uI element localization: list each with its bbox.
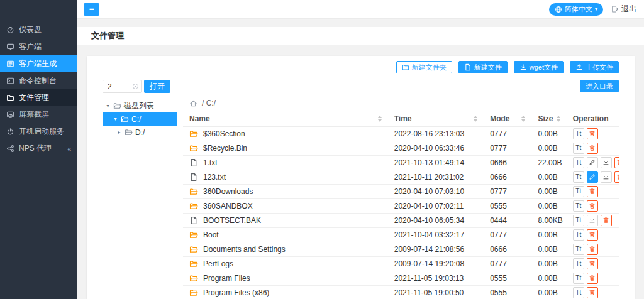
toolbar: 新建文件夹新建文件wget文件上传文件 xyxy=(103,61,619,73)
file-name[interactable]: Boot xyxy=(203,231,219,239)
delete-button[interactable] xyxy=(587,244,598,255)
file-name[interactable]: 1.txt xyxy=(203,158,218,167)
sort-icon[interactable] xyxy=(521,116,525,122)
sidebar: 仪表盘客户端客户端生成命令控制台文件管理屏幕截屏开机启动服务NPS 代理« xyxy=(0,0,77,299)
caret-down-icon[interactable]: ▾ xyxy=(113,116,118,122)
rename-button[interactable]: Tt xyxy=(573,258,584,269)
rename-button[interactable]: Tt xyxy=(573,287,584,298)
column-header-size[interactable]: Size xyxy=(531,111,566,126)
column-header-time[interactable]: Time xyxy=(388,111,484,126)
column-header-inner: Time xyxy=(394,114,477,123)
sort-icon[interactable] xyxy=(474,116,477,122)
wget-icon xyxy=(519,63,527,71)
upload-file-button[interactable]: 上传文件 xyxy=(570,61,619,73)
delete-button[interactable] xyxy=(587,186,598,197)
delete-button[interactable] xyxy=(587,258,598,269)
download-button[interactable] xyxy=(601,157,612,168)
clear-input-icon[interactable] xyxy=(132,83,139,90)
column-header-inner: Name xyxy=(189,114,382,123)
language-button[interactable]: 简体中文 ▾ xyxy=(549,3,603,16)
name-cell: BOOTSECT.BAK xyxy=(189,216,382,225)
sidebar-item-0[interactable]: 仪表盘 xyxy=(0,21,77,38)
content: 新建文件夹新建文件wget文件上传文件 打开 ▾磁盘列表▾C:/▸D:/ xyxy=(77,45,644,299)
sidebar-item-6[interactable]: 开机启动服务 xyxy=(0,123,77,140)
delete-button[interactable] xyxy=(587,229,598,241)
file-time: 2020-04-10 07:02:11 xyxy=(388,198,484,213)
sidebar-item-4[interactable]: 文件管理 xyxy=(0,89,77,106)
tree-node-2[interactable]: ▸D:/ xyxy=(103,126,177,139)
file-row-2: 1.txt2021-10-13 01:49:14066622.00BTt xyxy=(183,155,619,170)
file-name[interactable]: Program Files xyxy=(203,274,250,283)
operations-cell: Tt xyxy=(567,141,619,155)
caret-right-icon[interactable]: ▸ xyxy=(116,129,122,135)
sidebar-item-2[interactable]: 客户端生成 xyxy=(0,55,77,72)
download-button[interactable] xyxy=(601,171,612,183)
column-header-name[interactable]: Name xyxy=(183,111,388,126)
sidebar-item-5[interactable]: 屏幕截屏 xyxy=(0,106,77,123)
sidebar-item-7[interactable]: NPS 代理« xyxy=(0,140,77,157)
rename-button[interactable]: Tt xyxy=(573,186,584,197)
folder-icon xyxy=(125,128,133,136)
rename-button[interactable]: Tt xyxy=(573,273,584,284)
new-file-button[interactable]: 新建文件 xyxy=(458,61,508,73)
sort-icon[interactable] xyxy=(557,116,560,122)
rename-button[interactable]: Tt xyxy=(573,157,584,168)
sidebar-item-1[interactable]: 客户端 xyxy=(0,38,77,55)
delete-button[interactable] xyxy=(601,215,612,226)
open-button[interactable]: 打开 xyxy=(144,80,170,93)
delete-button[interactable] xyxy=(614,157,619,168)
topbar: ≡ 简体中文 ▾ 退出 xyxy=(77,0,644,19)
rename-button[interactable]: Tt xyxy=(573,171,584,183)
file-name[interactable]: $360Section xyxy=(203,129,245,138)
rename-button[interactable]: Tt xyxy=(573,215,584,226)
file-plus-icon xyxy=(464,63,472,71)
delete-button[interactable] xyxy=(587,143,598,154)
rename-button[interactable]: Tt xyxy=(573,229,584,241)
file-time: 2021-10-11 20:31:02 xyxy=(388,170,484,184)
delete-button[interactable] xyxy=(614,171,619,183)
download-button[interactable] xyxy=(587,215,598,226)
rename-button[interactable]: Tt xyxy=(573,128,584,139)
logout-button[interactable]: 退出 xyxy=(611,4,636,14)
file-icon xyxy=(189,216,198,225)
delete-button[interactable] xyxy=(587,287,598,298)
file-name[interactable]: 360Downloads xyxy=(203,187,253,196)
file-name[interactable]: PerfLogs xyxy=(203,259,233,268)
path-breadcrumb: / C:/ xyxy=(183,95,619,111)
path-text: / C:/ xyxy=(202,99,216,107)
delete-button[interactable] xyxy=(587,200,598,212)
rename-button[interactable]: Tt xyxy=(573,143,584,154)
collapse-chevron-icon[interactable]: « xyxy=(67,145,71,153)
file-name[interactable]: 360SANDBOX xyxy=(203,202,253,210)
folder-icon xyxy=(189,144,198,153)
sidebar-item-3[interactable]: 命令控制台 xyxy=(0,72,77,89)
wget-file-button[interactable]: wget文件 xyxy=(514,61,564,73)
menu-toggle-button[interactable]: ≡ xyxy=(84,3,99,16)
new-folder-button[interactable]: 新建文件夹 xyxy=(396,61,452,73)
sort-icon[interactable] xyxy=(378,116,382,122)
edit-button[interactable] xyxy=(587,171,598,183)
column-header-inner: Mode xyxy=(490,114,525,123)
name-cell: 360SANDBOX xyxy=(189,202,382,210)
file-time: 2022-08-16 23:13:03 xyxy=(388,126,484,141)
screen-icon xyxy=(6,111,14,119)
rename-button[interactable]: Tt xyxy=(573,200,584,212)
file-mode: 0666 xyxy=(484,242,531,256)
enter-directory-button[interactable]: 进入目录 xyxy=(580,80,619,92)
edit-button[interactable] xyxy=(587,157,598,168)
caret-down-icon[interactable]: ▾ xyxy=(105,103,111,109)
file-name[interactable]: $Recycle.Bin xyxy=(203,144,247,153)
file-name[interactable]: Documents and Settings xyxy=(203,245,286,254)
rename-button[interactable]: Tt xyxy=(573,244,584,255)
files-icon xyxy=(6,94,14,102)
file-name[interactable]: BOOTSECT.BAK xyxy=(203,216,261,225)
file-name[interactable]: Program Files (x86) xyxy=(203,288,269,297)
delete-button[interactable] xyxy=(587,273,598,284)
file-name[interactable]: 123.txt xyxy=(203,173,226,182)
home-icon[interactable] xyxy=(189,99,197,107)
tree-node-1[interactable]: ▾C:/ xyxy=(103,112,177,126)
file-time: 2020-04-10 06:05:34 xyxy=(388,213,484,227)
tree-node-0[interactable]: ▾磁盘列表 xyxy=(103,99,177,112)
column-header-mode[interactable]: Mode xyxy=(484,111,531,126)
delete-button[interactable] xyxy=(587,128,598,139)
